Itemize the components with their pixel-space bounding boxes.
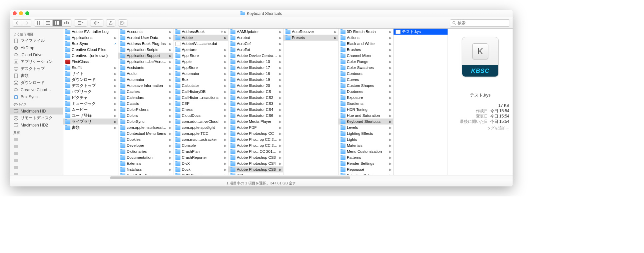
list-item[interactable]: Calendars▶ — [118, 95, 173, 101]
sidebar-item[interactable]: 書類 — [10, 72, 63, 79]
arrange-button[interactable] — [74, 19, 87, 27]
list-item[interactable]: Presets▶ — [283, 35, 338, 41]
list-item[interactable]: Apple▶ — [173, 59, 228, 65]
list-item[interactable]: CrashPlan▶ — [173, 148, 228, 154]
list-item[interactable]: Adobe Media Player▶ — [228, 119, 283, 125]
list-item[interactable]: Acrobat▶ — [228, 35, 283, 41]
list-item[interactable]: ライブラリ▶ — [63, 119, 118, 125]
list-item[interactable]: Classic▶ — [118, 101, 173, 107]
forward-button[interactable] — [22, 19, 31, 27]
list-item[interactable]: Documentation▶ — [118, 154, 173, 160]
list-item[interactable]: StuffIt▶ — [63, 65, 118, 71]
list-item[interactable]: com.apple.spotlight▶ — [173, 125, 228, 130]
list-item[interactable]: DivX▶ — [173, 160, 228, 166]
zoom-icon[interactable] — [25, 11, 29, 15]
sidebar-item[interactable]: リモートディスク — [10, 115, 63, 122]
list-item[interactable]: DVD Player▶ — [173, 172, 228, 175]
list-item[interactable]: Dock▶ — [173, 166, 228, 172]
add-tag-link[interactable]: タグを追加… — [451, 126, 509, 130]
list-item[interactable]: Adobe Photoshop CS3▶ — [228, 154, 283, 160]
list-item[interactable]: Adobe Pho…CC 2015.5▶ — [228, 148, 283, 154]
list-item[interactable]: Creative Cloud Files — [63, 47, 118, 53]
icon-view-button[interactable] — [34, 19, 43, 27]
list-item[interactable]: Adobe Illustrator CS2▶ — [228, 95, 283, 101]
list-item[interactable]: Curves▶ — [339, 77, 393, 83]
list-item[interactable]: AcroExt▶ — [228, 47, 283, 53]
list-item[interactable]: Calculator▶ — [173, 83, 228, 89]
list-item[interactable]: Dictionaries▶ — [118, 148, 173, 154]
list-item[interactable]: Developer▶ — [118, 142, 173, 148]
search-input[interactable] — [458, 21, 508, 25]
list-item[interactable]: ピクチャ▶ — [63, 95, 118, 101]
list-item[interactable]: Adobe Pho…op CC 2014▶ — [228, 136, 283, 142]
search-field[interactable] — [450, 19, 510, 27]
sidebar-item[interactable]: Creative Cloud… — [10, 86, 63, 93]
list-item[interactable]: Acrobat User Data▶ — [118, 35, 173, 41]
list-item[interactable]: Adobe Illustrator 18▶ — [228, 71, 283, 77]
list-item[interactable]: Patterns▶ — [339, 154, 393, 160]
list-item[interactable]: Color Swatches▶ — [339, 65, 393, 71]
list-item[interactable]: AppStore▶ — [173, 65, 228, 71]
column[interactable]: 3D Sketch Brush▶Actions▶Black and White▶… — [339, 29, 394, 175]
list-item[interactable]: Adobe Illustrator 20▶ — [228, 83, 283, 89]
list-item[interactable]: com.apple.nsurlsessiond▶ — [118, 125, 173, 130]
list-item[interactable]: Adobe Illustrator CS6▶ — [228, 113, 283, 119]
list-item[interactable]: Autosave Information▶ — [118, 83, 173, 89]
list-item[interactable]: ムービー▶ — [63, 107, 118, 113]
sidebar-item[interactable] — [10, 136, 63, 143]
column-view-button[interactable] — [53, 19, 62, 27]
list-item[interactable]: Custom Shapes▶ — [339, 83, 393, 89]
list-item[interactable]: Duotones▶ — [339, 89, 393, 95]
sidebar-item[interactable]: AirDrop — [10, 44, 63, 51]
list-item[interactable]: com.ado…ativeCloud▶ — [173, 119, 228, 125]
list-item[interactable]: Repoussé▶ — [339, 166, 393, 172]
column[interactable]: Adobe SV…taller LogApplications▶Box Sync… — [63, 29, 118, 175]
list-item[interactable]: App Store▶ — [173, 53, 228, 59]
sidebar-item[interactable] — [10, 143, 63, 150]
list-item[interactable]: HDR Toning▶ — [339, 107, 393, 113]
list-item[interactable]: デスクトップ▶ — [63, 83, 118, 89]
list-item[interactable]: AcroCef▶ — [228, 41, 283, 47]
column[interactable]: AddressBook▶Adobe▶AdobeWL…ache.datApertu… — [173, 29, 228, 175]
list-item[interactable]: Adobe Illustrator 19▶ — [228, 77, 283, 83]
list-item[interactable]: Brushes▶ — [339, 47, 393, 53]
list-item[interactable]: Render Settings▶ — [339, 160, 393, 166]
share-button[interactable] — [106, 19, 115, 27]
sidebar-item[interactable]: Box Sync — [10, 93, 63, 100]
list-item[interactable]: Contextual Menu Items▶ — [118, 130, 173, 136]
list-item[interactable]: Adobe SV…taller Log — [63, 29, 118, 35]
coverflow-view-button[interactable] — [62, 19, 71, 27]
list-item[interactable]: Application Scripts▶ — [118, 47, 173, 53]
list-item[interactable]: Levels▶ — [339, 125, 393, 130]
list-item[interactable]: CallHistoryDB▶ — [173, 89, 228, 95]
list-item[interactable]: Hue and Saturation▶ — [339, 113, 393, 119]
list-item[interactable]: CEF▶ — [173, 101, 228, 107]
sidebar-item[interactable] — [10, 171, 63, 175]
sidebar-item[interactable]: マイファイル — [10, 37, 63, 44]
list-item[interactable]: ダウンロード▶ — [63, 77, 118, 83]
list-item[interactable]: Application Support▶ — [118, 53, 173, 59]
list-item[interactable]: Adobe Device Central CS3▶ — [228, 53, 283, 59]
list-item[interactable]: CallHistor…nsactions▶ — [173, 95, 228, 101]
sidebar-item[interactable] — [10, 164, 63, 171]
list-item[interactable]: Menu Customization▶ — [339, 148, 393, 154]
list-item[interactable]: 書類▶ — [63, 125, 118, 130]
list-item[interactable]: Adobe Illustrator 17▶ — [228, 65, 283, 71]
list-item[interactable]: Selective Color▶ — [339, 172, 393, 175]
list-item[interactable]: Materials▶ — [339, 142, 393, 148]
list-item[interactable]: AddressBook▶ — [173, 29, 228, 35]
list-item[interactable]: CrashReporter▶ — [173, 154, 228, 160]
list-item[interactable]: Automator▶ — [118, 77, 173, 83]
list-item[interactable]: com.mac…actracker▶ — [173, 136, 228, 142]
list-item[interactable]: Extensis▶ — [118, 160, 173, 166]
list-item[interactable]: Adobe Photoshop CS4▶ — [228, 160, 283, 166]
list-item[interactable]: firstclass▶ — [118, 166, 173, 172]
list-item[interactable]: Adobe Illustrator CS▶ — [228, 89, 283, 95]
sidebar[interactable]: よく使う項目マイファイルAirDropiCloud Driveアプリケーションデ… — [10, 29, 63, 175]
list-item[interactable]: Adobe Photoshop CS6▶ — [228, 166, 283, 172]
minimize-icon[interactable] — [19, 11, 23, 15]
list-item[interactable]: FontCollections▶ — [118, 172, 173, 175]
list-item[interactable]: Audio▶ — [118, 71, 173, 77]
column[interactable]: テスト.kys — [394, 29, 448, 175]
list-item[interactable]: Black and White▶ — [339, 41, 393, 47]
